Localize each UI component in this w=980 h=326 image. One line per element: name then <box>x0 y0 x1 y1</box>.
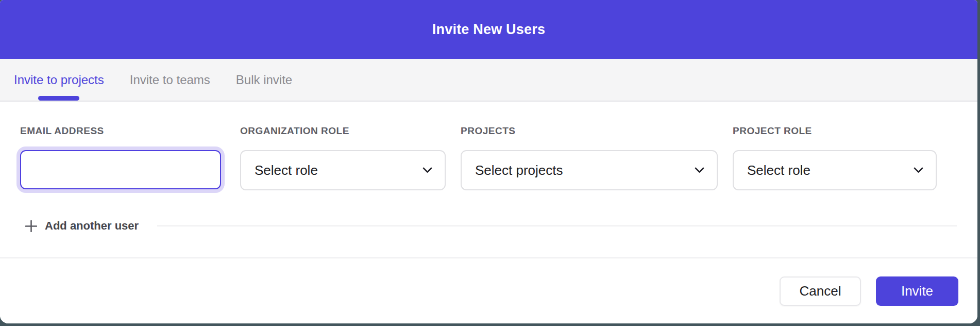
select-value: Select projects <box>475 162 563 178</box>
chevron-down-icon <box>914 167 923 173</box>
invite-button[interactable]: Invite <box>876 276 958 306</box>
tab-bulk-invite[interactable]: Bulk invite <box>236 59 292 101</box>
projects-label: PROJECTS <box>461 125 718 137</box>
modal-body: EMAIL ADDRESS ORGANIZATION ROLE Select r… <box>0 102 977 257</box>
organization-role-field: ORGANIZATION ROLE Select role <box>240 125 446 190</box>
tab-bar: Invite to projects Invite to teams Bulk … <box>0 59 977 102</box>
active-tab-indicator <box>38 96 79 101</box>
modal-header: Invite New Users <box>0 0 977 59</box>
project-role-label: PROJECT ROLE <box>733 125 937 137</box>
email-address-field: EMAIL ADDRESS <box>20 125 225 190</box>
projects-field: PROJECTS Select projects <box>461 125 718 190</box>
chevron-down-icon <box>695 167 704 173</box>
projects-select[interactable]: Select projects <box>461 150 718 190</box>
project-role-select[interactable]: Select role <box>733 150 937 190</box>
add-another-user-button[interactable]: Add another user <box>20 219 139 233</box>
tab-invite-to-projects[interactable]: Invite to projects <box>14 59 104 101</box>
divider-line <box>157 225 957 226</box>
tab-label: Invite to teams <box>130 73 210 87</box>
tab-label: Bulk invite <box>236 73 292 87</box>
invite-new-users-modal: Invite New Users Invite to projects Invi… <box>0 0 977 323</box>
chevron-down-icon <box>423 167 432 173</box>
add-user-row: Add another user <box>20 219 957 233</box>
cancel-button[interactable]: Cancel <box>780 276 861 306</box>
email-address-input[interactable] <box>20 150 221 189</box>
modal-title: Invite New Users <box>432 22 545 38</box>
organization-role-label: ORGANIZATION ROLE <box>240 125 446 137</box>
invite-fields-row: EMAIL ADDRESS ORGANIZATION ROLE Select r… <box>20 125 957 190</box>
tab-label: Invite to projects <box>14 73 104 87</box>
add-another-user-label: Add another user <box>45 219 139 233</box>
select-value: Select role <box>747 162 810 178</box>
modal-footer: Cancel Invite <box>0 257 977 323</box>
email-address-label: EMAIL ADDRESS <box>20 125 225 137</box>
select-value: Select role <box>255 162 318 178</box>
tab-invite-to-teams[interactable]: Invite to teams <box>130 59 210 101</box>
plus-icon <box>25 220 37 232</box>
project-role-field: PROJECT ROLE Select role <box>733 125 937 190</box>
organization-role-select[interactable]: Select role <box>240 150 446 190</box>
